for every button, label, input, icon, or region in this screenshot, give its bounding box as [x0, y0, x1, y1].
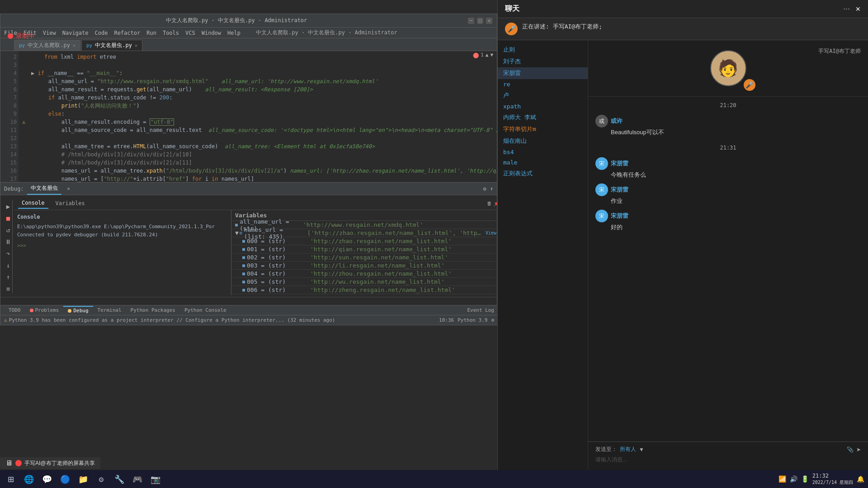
debug-restart-icon[interactable]: ↺: [4, 226, 12, 234]
minimize-button[interactable]: ─: [468, 18, 474, 24]
chat-user-刘子杰[interactable]: 刘子杰: [498, 56, 588, 67]
bottom-tab-todo[interactable]: TODO: [4, 306, 25, 314]
attach-icon[interactable]: 📎: [847, 446, 854, 453]
debug-expand[interactable]: ⬆: [490, 186, 493, 192]
var-row-005[interactable]: ■ 005 = (str) 'http://wu.resgain.net/nam…: [231, 278, 500, 286]
chat-user-内师大李斌[interactable]: 内师大 李斌: [498, 112, 588, 123]
tool-icon[interactable]: 🔧: [112, 472, 127, 486]
line-numbers: 2 3 4 5 6 7 8 9 10 11 12 13 14 15 16 17: [0, 51, 19, 182]
expand-names-url[interactable]: ▼: [235, 230, 239, 236]
chat-actions[interactable]: ···: [843, 4, 850, 14]
code-editor[interactable]: 2 3 4 5 6 7 8 9 10 11 12 13 14 15 16 17 …: [0, 51, 497, 182]
status-notification[interactable]: Python 3.9 has been configured as a proj…: [9, 317, 335, 323]
restore-button[interactable]: □: [477, 18, 483, 24]
var-row-names-url[interactable]: ▼ ⊞ names_url = (list: 435) ['http://zha…: [231, 229, 500, 237]
avatar-宋朋雷-3: 宋: [595, 210, 608, 222]
tab-close-main[interactable]: ✕: [135, 43, 137, 48]
close-button[interactable]: ✕: [486, 18, 492, 24]
chat-right: 🧑 🎤 手写AI@布丁老师 21:20 或 或许 Beautifulsoup可以…: [588, 40, 868, 488]
var-name-007: 007 = (str): [247, 295, 310, 295]
var-row-002[interactable]: ■ 002 = (str) 'http://sun.resgain.net/na…: [231, 253, 500, 262]
settings-icon[interactable]: ⚙: [94, 472, 108, 486]
menu-run[interactable]: Run: [146, 30, 156, 36]
var-icon-str: ■: [235, 222, 238, 227]
menu-window[interactable]: Window: [202, 30, 221, 36]
var-row-006[interactable]: ■ 006 = (str) 'http://zheng.resgain.net/…: [231, 286, 500, 294]
chat-user-xpath[interactable]: xpath: [498, 101, 588, 112]
menu-tools[interactable]: Tools: [163, 30, 179, 36]
chat-user-正则表达式[interactable]: 正则表达式: [498, 168, 588, 179]
debug-tab-variables[interactable]: Variables: [52, 198, 89, 208]
media-icon[interactable]: 🎮: [130, 472, 145, 486]
taskbar-time: 21:322022/7/14 星期四: [812, 473, 853, 486]
taskbar-notification-icon[interactable]: 🔔: [857, 475, 864, 483]
wechat-icon[interactable]: 💬: [40, 472, 54, 486]
app-icon-1[interactable]: 🔵: [58, 472, 72, 486]
menu-navigate[interactable]: Navigate: [62, 30, 89, 36]
debug-tab-session[interactable]: 中文名册虫: [27, 183, 61, 195]
bottom-tab-python-console[interactable]: Python Console: [180, 306, 231, 314]
chat-user-卢[interactable]: 卢: [498, 89, 588, 101]
username-宋朋雷-2: 宋朋雷: [611, 186, 628, 194]
start-button[interactable]: ⊞: [4, 472, 18, 486]
menu-vcs[interactable]: VCS: [185, 30, 195, 36]
var-row-007[interactable]: ■ 007 = (str) 'http://wang.resgain.net/n…: [231, 294, 500, 295]
chat-user-止则[interactable]: 止则: [498, 44, 588, 56]
bottom-tab-problems[interactable]: Problems: [25, 306, 64, 314]
status-settings[interactable]: ⚙: [491, 317, 494, 323]
menu-code[interactable]: Code: [95, 30, 108, 36]
chat-user-bs4[interactable]: bs4: [498, 147, 588, 157]
var-row-001[interactable]: ■ 001 = (str) 'http://qian.resgain.net/n…: [231, 245, 500, 253]
bottom-tab-python-packages[interactable]: Python Packages: [126, 306, 180, 314]
debug-clear[interactable]: 🗑: [487, 201, 492, 206]
debug-step-out[interactable]: ↑: [4, 273, 12, 281]
var-row-000[interactable]: ■ 000 = (str) 'http://zhao.resgain.net/n…: [231, 237, 500, 245]
debug-step-over[interactable]: ↷: [4, 249, 12, 258]
mic-icon: 🎤: [508, 25, 515, 33]
chat-input-field[interactable]: [595, 456, 861, 463]
var-icon-list: ⊞: [240, 230, 242, 235]
chat-user-re[interactable]: re: [498, 79, 588, 89]
event-log[interactable]: Event Log: [467, 307, 494, 313]
menu-refactor[interactable]: Refactor: [114, 30, 140, 36]
tab-close-extract[interactable]: ✕: [73, 43, 75, 48]
chat-header: 聊天 ··· ✕: [498, 0, 868, 18]
send-icon[interactable]: ➤: [856, 446, 861, 453]
code-text[interactable]: ⬤ 1 ▲ ▼ from lxml import etree ▶ if __na…: [19, 51, 497, 182]
chat-user-烟在南山[interactable]: 烟在南山: [498, 135, 588, 147]
menu-help[interactable]: Help: [227, 30, 241, 36]
menu-view[interactable]: View: [43, 30, 56, 36]
chat-user-宋朋雷[interactable]: 宋朋雷: [498, 67, 588, 79]
bottom-tab-debug[interactable]: Debug: [63, 306, 93, 314]
debug-step-into[interactable]: ↓: [4, 261, 12, 269]
taskbar-battery-icon: 🔋: [801, 475, 809, 483]
debug-run-icon[interactable]: ▶: [4, 202, 12, 211]
browser-icon[interactable]: 🌐: [22, 472, 36, 486]
var-icon-002: ■: [242, 255, 245, 260]
var-name-005: 005 = (str): [247, 278, 310, 285]
debug-tab-close[interactable]: ✕: [67, 186, 70, 192]
debug-eval[interactable]: ≡: [4, 285, 12, 293]
debug-pause-icon[interactable]: ⏸: [4, 238, 12, 246]
var-row-003[interactable]: ■ 003 = (str) 'http://li.resgain.net/nam…: [231, 262, 500, 270]
code-line-15: # /html/body/div[3]/div/div/div[2]/a[11]: [22, 159, 493, 167]
title-bar: 中文人名爬取.py · 中文名册虫.py · Administrator ─ □…: [0, 14, 497, 28]
error-nav-down[interactable]: ▼: [490, 51, 493, 59]
debug-stop-icon[interactable]: ■: [4, 214, 12, 222]
var-row-004[interactable]: ■ 004 = (str) 'http://zhou.resgain.net/n…: [231, 270, 500, 278]
debug-tab-console[interactable]: Console: [18, 198, 48, 209]
camera-icon[interactable]: 📷: [148, 472, 163, 486]
tab-crawler-main[interactable]: py 中文名册虫.py ✕: [81, 40, 142, 51]
chat-user-male[interactable]: male: [498, 157, 588, 168]
bottom-tab-terminal[interactable]: Terminal: [93, 306, 126, 314]
error-nav-up[interactable]: ▲: [486, 51, 489, 59]
tab-crawler-extract[interactable]: py 中文人名爬取.py ✕: [14, 40, 80, 51]
taskbar-speaker-icon: 🔊: [790, 475, 797, 483]
debug-settings[interactable]: ⚙: [483, 186, 486, 192]
file-manager-icon[interactable]: 📁: [76, 472, 90, 486]
chat-user-字符串[interactable]: 字符串切片m: [498, 123, 588, 135]
status-interpreter[interactable]: Python 3.9: [458, 317, 487, 323]
msg-或许: Beautifulsoup可以不: [611, 128, 861, 136]
var-view-link[interactable]: View: [486, 230, 496, 235]
chat-close[interactable]: ✕: [855, 5, 861, 13]
